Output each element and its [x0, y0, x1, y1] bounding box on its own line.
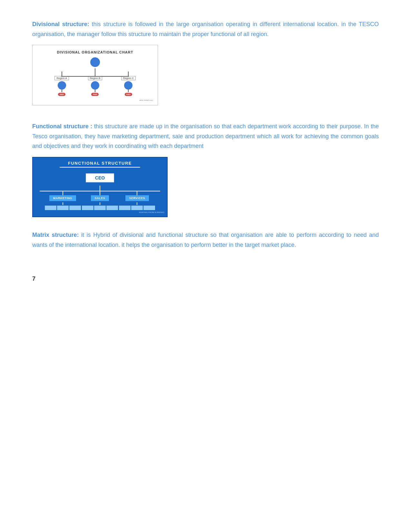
rd-b-label: R&D: [91, 93, 99, 96]
functional-title-line: [60, 167, 140, 168]
divisional-chart-footer: slide:model.com: [36, 99, 154, 102]
marketing-sub-1: [45, 206, 56, 210]
circle-region-b: [91, 81, 99, 90]
services-subs: [119, 206, 155, 210]
matrix-heading: Matrix structure:: [32, 232, 79, 238]
sales-sub-2: [94, 206, 106, 210]
marketing-sub-2: [57, 206, 69, 210]
services-sub-3: [143, 206, 155, 210]
functional-heading: Functional structure :: [32, 123, 92, 130]
ceo-box: CEO: [86, 173, 114, 182]
sales-subs: [82, 206, 118, 210]
matrix-body: it is Hybrid of divisional and functiona…: [32, 232, 379, 248]
circle-region-a: [58, 81, 66, 90]
circle-region-c: [124, 81, 132, 90]
functional-chart-footer: SORTING FROM SLIDESGO: [33, 210, 167, 213]
marketing-subs: [45, 206, 81, 210]
dept-sales: SALES: [91, 195, 109, 201]
rd-a-label: R&D: [58, 93, 65, 96]
matrix-section: Matrix structure: it is Hybrid of divisi…: [32, 230, 379, 250]
page-number: 7: [32, 276, 379, 282]
ceo-line-down: [100, 186, 100, 191]
rd-c-label: R&D: [125, 93, 132, 96]
services-sub-1: [119, 206, 131, 210]
functional-paragraph: Functional structure : this structure ar…: [32, 121, 379, 151]
sales-sub-1: [82, 206, 93, 210]
dept-col-services: SERVICES: [119, 191, 156, 210]
functional-section: Functional structure : this structure ar…: [32, 121, 379, 217]
functional-chart-title: FUNCTIONAL STRUCTURE: [33, 161, 167, 166]
functional-title-bar: FUNCTIONAL STRUCTURE: [33, 158, 167, 170]
divisional-chart-body: Region A R&D Region B R&D: [36, 57, 154, 99]
dept-col-marketing: MARKETING: [44, 191, 81, 210]
ceo-row: CEO: [33, 170, 167, 184]
divisional-top-vline: [95, 68, 95, 72]
divisional-section: Divisional structure: this structure is …: [32, 19, 379, 105]
dept-marketing: MARKETING: [49, 195, 76, 201]
page-content: Divisional structure: this structure is …: [32, 19, 379, 282]
services-sub-2: [131, 206, 143, 210]
sales-sub-3: [106, 206, 118, 210]
dept-services: SERVICES: [125, 195, 149, 201]
matrix-paragraph: Matrix structure: it is Hybrid of divisi…: [32, 230, 379, 250]
marketing-sub-3: [69, 206, 81, 210]
functional-chart: FUNCTIONAL STRUCTURE CEO MARKETING: [32, 157, 168, 217]
divisional-chart-title: DIVISIONAL ORGANIZATIONAL CHART: [36, 50, 154, 54]
dept-row: MARKETING SALES: [40, 191, 160, 210]
divisional-heading: Divisional structure:: [32, 21, 89, 27]
divisional-chart: DIVISIONAL ORGANIZATIONAL CHART Region A…: [32, 45, 158, 105]
divisional-paragraph: Divisional structure: this structure is …: [32, 19, 379, 39]
dept-col-sales: SALES: [81, 191, 118, 210]
divisional-top-circle: [90, 57, 100, 67]
